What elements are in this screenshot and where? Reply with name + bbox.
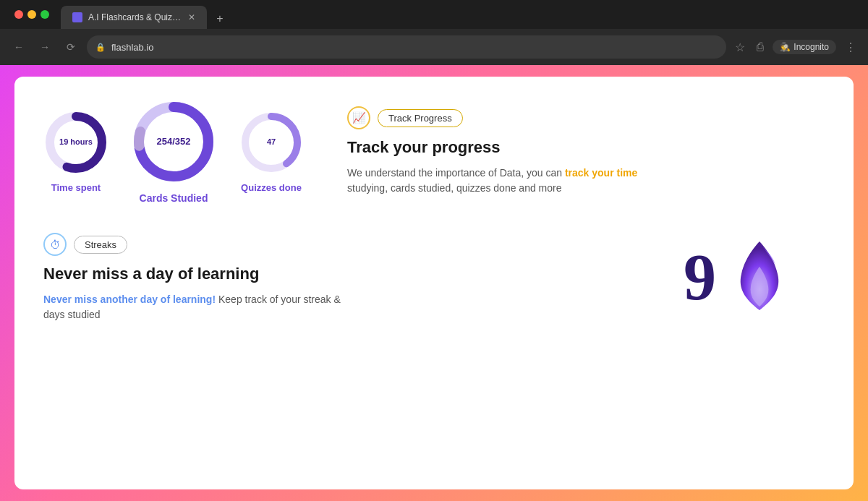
- maximize-button[interactable]: [41, 10, 49, 19]
- reload-button[interactable]: ⟳: [61, 37, 81, 57]
- track-badge-row: 📈 Track Progress: [347, 106, 825, 129]
- never-miss-link[interactable]: Never miss another day of learning!: [43, 294, 216, 305]
- nav-bar: ← → ⟳ 🔒 flashlab.io ☆ ⎙ 🕵 Incognito ⋮: [0, 29, 868, 65]
- close-button[interactable]: [14, 10, 23, 19]
- streak-visual: 9: [684, 234, 825, 321]
- lock-icon: 🔒: [95, 43, 106, 52]
- incognito-badge: 🕵 Incognito: [773, 40, 836, 54]
- top-section: 19 hours Time spent 254/352: [43, 98, 825, 204]
- streaks-badge-row: ⏱ Streaks: [43, 233, 655, 256]
- active-tab[interactable]: A.I Flashcards & Quizzes | Fl... ✕: [61, 6, 207, 29]
- tab-favicon: [72, 12, 82, 22]
- track-heading: Track your progress: [347, 138, 825, 157]
- donut-cards-studied: 254/352: [130, 98, 217, 185]
- track-desc-before: We understand the importance of Data, yo…: [347, 167, 565, 179]
- page-content: 19 hours Time spent 254/352: [14, 77, 854, 489]
- streaks-badge-pill: Streaks: [74, 236, 127, 254]
- track-progress-info: 📈 Track Progress Track your progress We …: [347, 106, 825, 196]
- tab-close-icon[interactable]: ✕: [188, 12, 195, 22]
- browser-chrome: A.I Flashcards & Quizzes | Fl... ✕ + ← →…: [0, 0, 868, 65]
- incognito-icon: 🕵: [780, 42, 791, 52]
- chart-quizzes-label: 47: [267, 137, 276, 147]
- tab-title: A.I Flashcards & Quizzes | Fl...: [88, 12, 182, 22]
- chart-cards-studied: 254/352 Cards Studied: [130, 98, 217, 204]
- track-badge-label: Track Progress: [388, 113, 452, 124]
- chart-icon: 📈: [352, 111, 366, 124]
- share-icon[interactable]: ⎙: [754, 38, 767, 56]
- address-bar[interactable]: 🔒 flashlab.io: [87, 35, 726, 59]
- charts-area: 19 hours Time spent 254/352: [43, 98, 304, 204]
- page-wrapper: 19 hours Time spent 254/352: [14, 77, 854, 489]
- bookmark-icon[interactable]: ☆: [732, 38, 748, 57]
- track-badge-pill: Track Progress: [378, 109, 463, 127]
- chart-time-label: 19 hours: [59, 137, 93, 147]
- forward-button[interactable]: →: [35, 37, 55, 57]
- traffic-lights: [6, 0, 58, 29]
- new-tab-button[interactable]: +: [210, 9, 230, 29]
- streaks-description: Never miss another day of learning! Keep…: [43, 292, 347, 322]
- back-button[interactable]: ←: [9, 37, 29, 57]
- streaks-badge-label: Streaks: [85, 239, 116, 250]
- nav-right-buttons: ☆ ⎙ 🕵 Incognito ⋮: [732, 38, 859, 57]
- streaks-heading: Never miss a day of learning: [43, 265, 655, 283]
- tab-bar: A.I Flashcards & Quizzes | Fl... ✕ +: [0, 0, 868, 29]
- track-link[interactable]: track your time: [565, 167, 637, 179]
- streaks-info: ⏱ Streaks Never miss a day of learning N…: [43, 233, 655, 322]
- chart-quizzes-title: Quizzes done: [241, 182, 302, 193]
- chart-time-title: Time spent: [51, 182, 101, 193]
- menu-icon[interactable]: ⋮: [842, 38, 859, 57]
- donut-time-spent: 19 hours: [43, 110, 109, 175]
- chart-quizzes-done: 47 Quizzes done: [239, 110, 304, 193]
- chart-cards-title: Cards Studied: [140, 192, 208, 204]
- bottom-section: ⏱ Streaks Never miss a day of learning N…: [43, 233, 825, 322]
- donut-quizzes-done: 47: [239, 110, 304, 175]
- track-description: We understand the importance of Data, yo…: [347, 166, 651, 196]
- streak-number: 9: [684, 245, 716, 310]
- minimize-button[interactable]: [27, 10, 36, 19]
- track-badge-icon: 📈: [347, 106, 370, 129]
- chart-cards-label: 254/352: [157, 136, 191, 147]
- track-desc-after: studying, cards studied, quizzes done an…: [347, 182, 562, 194]
- incognito-label: Incognito: [793, 42, 829, 52]
- streaks-badge-icon: ⏱: [43, 233, 67, 256]
- chart-time-spent: 19 hours Time spent: [43, 110, 109, 193]
- url-text: flashlab.io: [111, 42, 718, 53]
- flame-icon: [723, 234, 796, 321]
- timer-icon: ⏱: [50, 239, 61, 251]
